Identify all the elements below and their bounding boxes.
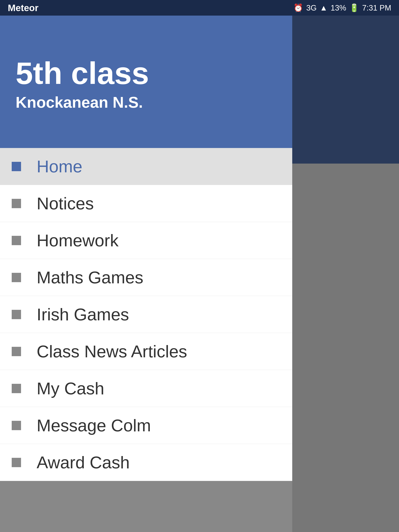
my-cash-icon xyxy=(12,384,21,393)
class-title: 5th class xyxy=(16,56,277,90)
right-panel-header xyxy=(292,16,399,164)
signal-icon: ▲ xyxy=(320,4,328,12)
message-colm-label: Message Colm xyxy=(37,416,151,435)
menu-item-home[interactable]: Home xyxy=(0,148,292,185)
notices-icon xyxy=(12,199,21,208)
menu-item-my-cash[interactable]: My Cash xyxy=(0,370,292,407)
menu-item-message-colm[interactable]: Message Colm xyxy=(0,407,292,444)
status-bar: Meteor ⏰ 3G ▲ 13% 🔋 7:31 PM xyxy=(0,0,399,16)
school-name: Knockanean N.S. xyxy=(16,94,277,111)
alarm-icon: ⏰ xyxy=(293,3,303,13)
right-panel xyxy=(292,16,399,532)
home-icon xyxy=(12,162,21,171)
my-cash-label: My Cash xyxy=(37,379,104,399)
home-label: Home xyxy=(37,157,82,177)
menu-item-homework[interactable]: Homework xyxy=(0,222,292,259)
app-name: Meteor xyxy=(8,3,38,13)
navigation-drawer: 5th class Knockanean N.S. Home Notices H… xyxy=(0,0,292,532)
maths-games-icon xyxy=(12,273,21,282)
menu-item-class-news[interactable]: Class News Articles xyxy=(0,333,292,370)
maths-games-label: Maths Games xyxy=(37,267,143,287)
homework-icon xyxy=(12,236,21,245)
class-news-label: Class News Articles xyxy=(37,342,187,361)
time: 7:31 PM xyxy=(362,4,391,12)
network-icon: 3G xyxy=(306,4,317,12)
battery-text: 13% xyxy=(331,4,346,12)
award-cash-label: Award Cash xyxy=(37,453,130,472)
battery-icon: 🔋 xyxy=(349,3,359,13)
drawer-header: 5th class Knockanean N.S. xyxy=(0,16,292,148)
irish-games-icon xyxy=(12,310,21,319)
menu-item-maths-games[interactable]: Maths Games xyxy=(0,259,292,296)
award-cash-icon xyxy=(12,458,21,467)
class-news-icon xyxy=(12,347,21,356)
message-colm-icon xyxy=(12,421,21,430)
status-icons: ⏰ 3G ▲ 13% 🔋 7:31 PM xyxy=(293,3,391,13)
menu-item-notices[interactable]: Notices xyxy=(0,185,292,222)
irish-games-label: Irish Games xyxy=(37,304,129,324)
notices-label: Notices xyxy=(37,194,94,213)
homework-label: Homework xyxy=(37,231,119,250)
drawer-menu: Home Notices Homework Maths Games Irish … xyxy=(0,148,292,481)
menu-item-award-cash[interactable]: Award Cash xyxy=(0,444,292,481)
menu-item-irish-games[interactable]: Irish Games xyxy=(0,296,292,333)
